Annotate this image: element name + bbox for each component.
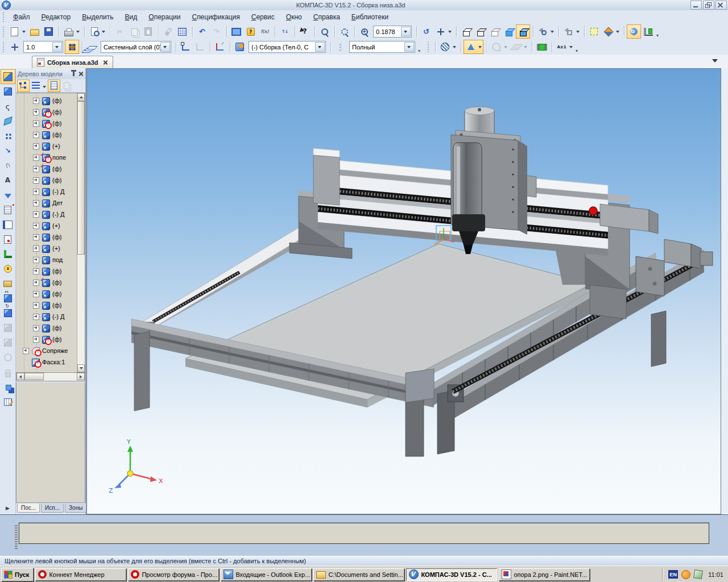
toolbar-overflow-chevron[interactable]: ▾ [576,48,581,53]
step-combo[interactable]: 1.0 [23,41,63,53]
menu-item[interactable]: Редактор [36,11,77,23]
check-document-button[interactable] [641,24,655,39]
rotate-button[interactable] [419,24,433,39]
combo-dropdown-button[interactable] [401,27,411,36]
tree-vertical-scrollbar[interactable] [77,93,85,372]
menu-item[interactable]: Сервис [246,11,280,23]
restore-button[interactable] [703,1,714,10]
window-list-chevron[interactable] [712,59,718,65]
pan-button[interactable] [433,24,453,39]
cnc-machine-model[interactable]: Y X Z [87,69,721,514]
tree-display-button[interactable] [30,80,48,92]
part-button[interactable] [1,84,15,99]
tree-item[interactable]: (-) Д [16,311,77,322]
task-outlook-express[interactable]: Входящие - Outlook Exp... [221,568,312,581]
hidden-lines-thin-button[interactable] [487,24,502,39]
minimize-button[interactable] [690,1,702,10]
expand-icon[interactable] [33,189,39,195]
dimension-button[interactable] [535,40,549,54]
snap-settings-button[interactable] [65,40,79,54]
context-help-button[interactable] [297,24,312,39]
spreadsheet-button[interactable] [175,24,189,39]
combo-dropdown-button[interactable] [160,42,170,52]
local-cs-button[interactable] [213,40,227,54]
expand-icon[interactable] [33,211,39,218]
edit-table-button[interactable] [1,394,15,409]
print-button[interactable] [61,24,81,39]
menu-item[interactable]: Выделить [76,11,119,23]
menu-item[interactable]: Справка [308,11,346,23]
preview-mode-button[interactable] [229,24,243,39]
fix-component-button[interactable] [1,365,15,380]
expand-icon[interactable] [33,325,39,331]
save-button[interactable] [42,24,56,39]
tree-item[interactable]: (ф) [16,288,77,300]
tree-item[interactable]: (+) [16,243,77,254]
expand-icon[interactable] [33,291,39,297]
part-settings-button[interactable] [233,40,247,54]
specification-button[interactable] [1,202,15,217]
sketch-edit-button[interactable] [193,40,207,54]
redo-button[interactable] [209,24,224,39]
tree-item[interactable]: (ф) [16,95,77,106]
menu-item[interactable]: Операции [143,11,186,23]
panel-expand-chevron[interactable]: ▶ [6,505,10,511]
combo-dropdown-button[interactable] [404,42,414,52]
section-display-button[interactable] [438,40,458,54]
tree-item[interactable]: (ф) [16,118,77,129]
tree-item[interactable]: (ф) [16,163,77,174]
toolbar-overflow-chevron[interactable]: ▾ [656,33,662,38]
layers-button[interactable] [85,40,99,54]
tree-item[interactable]: (-) Д [16,209,77,220]
zoom-frame-button[interactable] [317,24,332,39]
tree-item[interactable]: (-) Д [16,186,77,197]
close-button[interactable] [715,1,727,10]
toolbar-overflow-chevron[interactable]: ▾ [418,48,424,53]
expand-icon[interactable] [33,280,39,286]
component-state-button[interactable] [1,321,15,335]
scrollbar-thumb[interactable] [24,373,44,380]
combo-dropdown-button[interactable] [52,42,62,52]
menu-item[interactable]: Окно [280,11,308,23]
open-button[interactable] [27,24,42,39]
expand-icon[interactable] [33,268,39,275]
tab-close-icon[interactable] [103,60,108,65]
scale-combo[interactable]: 0.1878 [373,26,412,38]
expand-icon[interactable] [33,314,39,320]
expand-icon[interactable] [33,166,39,172]
shaded-edges-button[interactable] [516,24,530,39]
equations-button[interactable] [278,24,292,39]
expand-icon[interactable] [33,98,39,104]
panel-close-icon[interactable] [78,71,84,76]
tree-composition-button[interactable] [48,80,60,92]
zoom-selection-button[interactable] [337,24,351,39]
expand-icon[interactable] [33,109,39,115]
print-preview-button[interactable] [87,24,107,39]
toolbar-grip[interactable] [2,12,6,22]
tree-horizontal-scrollbar[interactable] [16,373,85,381]
variables-button[interactable] [258,24,272,39]
tree-item[interactable]: (ф) [16,300,77,311]
tree-panel-tab[interactable]: Пос... [17,504,40,513]
request-help-button[interactable] [243,24,258,39]
report-mode-button[interactable] [333,40,348,54]
section-view-button[interactable] [1,335,15,350]
attach-component-button[interactable] [1,158,15,173]
orientation-button[interactable] [601,24,621,39]
tree-item[interactable]: Дет [16,197,77,209]
detailing-combo[interactable]: Полный [349,41,415,53]
new-revision-button[interactable] [1,261,15,276]
copy-button[interactable] [127,24,141,39]
task-connect-manager[interactable]: Коннект Менеджер [35,568,126,581]
tree-item[interactable]: (ф) [16,231,77,243]
new-document-button[interactable] [7,24,27,39]
points-array-button[interactable] [1,128,15,143]
planes-display-button[interactable] [509,40,529,54]
tree-panel-tab[interactable]: Исп... [41,504,64,513]
expand-icon[interactable] [33,223,39,229]
filter-button[interactable] [1,188,15,202]
tray-orange-icon[interactable] [681,570,690,579]
tree-item[interactable]: (ф) [16,277,77,288]
toolbar-grip[interactable] [2,27,6,37]
x-axis-motor[interactable] [664,239,691,267]
